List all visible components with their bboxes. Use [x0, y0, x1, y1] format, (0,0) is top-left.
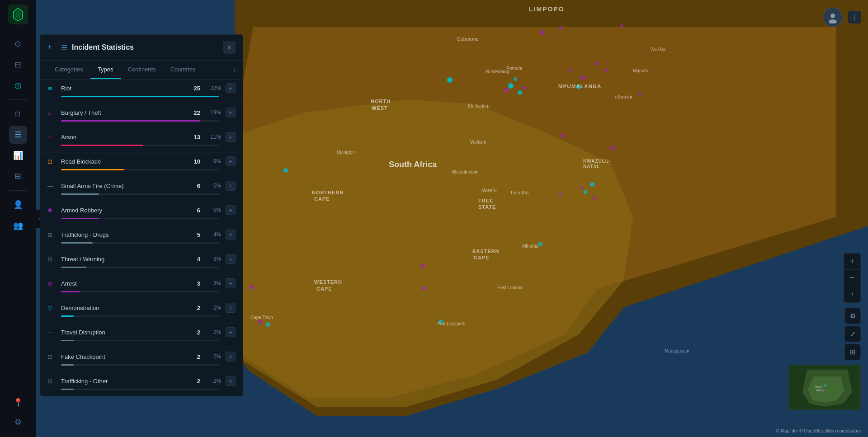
sidebar-item-search[interactable]: ⊙	[9, 35, 27, 53]
stat-bar-burglary	[61, 120, 219, 122]
panel-tabs: Categories Types Continents Countries ›	[40, 61, 243, 80]
svg-point-23	[610, 146, 615, 150]
stat-add-road-blockade[interactable]: +	[226, 156, 236, 166]
stat-name-armed-robbery: Armed Robbery	[61, 207, 193, 214]
sidebar-item-person[interactable]: 👤	[9, 196, 27, 214]
panel-add-button[interactable]: +	[47, 43, 57, 52]
stat-icon-small-arms: —	[47, 183, 57, 189]
settings-control-button[interactable]: ⚙	[844, 308, 861, 324]
svg-text:NORTH: NORTH	[371, 99, 391, 104]
stat-add-fake-checkpoint[interactable]: +	[226, 352, 236, 362]
stat-add-armed-robbery[interactable]: +	[226, 205, 236, 215]
stat-icon-road-blockade: ⊡	[47, 158, 57, 165]
app-logo[interactable]	[8, 5, 28, 24]
stat-icon-arson: ⌂	[47, 134, 57, 141]
sidebar-item-reports[interactable]: ⊞	[9, 167, 27, 185]
user-avatar[interactable]	[823, 7, 843, 27]
svg-text:CAPE: CAPE	[474, 255, 490, 260]
tab-continents[interactable]: Continents	[121, 61, 163, 79]
stat-icon-arrest: ⊕	[47, 280, 57, 287]
sidebar-item-map[interactable]: ⊡	[9, 105, 27, 123]
stat-bar-fake-checkpoint	[61, 364, 219, 366]
svg-point-9	[523, 86, 526, 90]
stat-row-threat-warning: ⊞ Threat / Warning 4 3% +	[40, 250, 243, 275]
svg-text:Bloemfontein: Bloemfontein	[452, 169, 478, 174]
stat-add-threat-warning[interactable]: +	[226, 254, 236, 264]
tab-types[interactable]: Types	[90, 61, 121, 79]
svg-point-36	[568, 68, 571, 72]
compass-button[interactable]: ↑	[844, 286, 860, 302]
svg-point-35	[559, 193, 562, 196]
sidebar-item-layers[interactable]: ⊟	[9, 56, 27, 74]
mini-map[interactable]: South Africa	[788, 365, 861, 410]
stat-name-arson: Arson	[61, 134, 189, 141]
stats-panel: + ☰ Incident Statistics × Categories Typ…	[40, 34, 243, 396]
svg-text:East London: East London	[497, 285, 523, 290]
stat-add-burglary[interactable]: +	[226, 108, 236, 117]
sidebar-item-location[interactable]: ◎	[9, 76, 27, 94]
stat-bar-riot	[61, 96, 219, 97]
svg-text:Port Elizabeth: Port Elizabeth	[437, 321, 465, 326]
stat-row-demonstration: ▽ Demonstration 2 2% +	[40, 299, 243, 324]
stat-row-fake-checkpoint: ⊡ Fake Checkpoint 2 2% +	[40, 348, 243, 372]
stat-pct-small-arms: 5%	[207, 183, 221, 189]
svg-text:EASTERN: EASTERN	[472, 249, 500, 254]
svg-text:Rustenburg: Rustenburg	[486, 69, 509, 74]
svg-point-14	[447, 77, 453, 83]
svg-text:Upington: Upington	[337, 150, 355, 155]
stat-pct-travel-disruption: 2%	[207, 329, 221, 335]
more-options-button[interactable]: ⋮	[848, 11, 861, 23]
stat-bar-trafficking-drugs	[61, 242, 219, 244]
svg-point-73	[829, 19, 837, 23]
svg-point-17	[559, 26, 562, 30]
stat-add-demonstration[interactable]: +	[226, 303, 236, 313]
svg-text:NORTHERN: NORTHERN	[312, 190, 344, 195]
stat-bar-small-arms	[61, 193, 219, 195]
sidebar-item-group[interactable]: 👥	[9, 216, 27, 235]
layers-control-button[interactable]: ⊞	[844, 344, 861, 360]
sidebar-item-settings[interactable]: ⚙	[9, 413, 27, 431]
stat-add-travel-disruption[interactable]: +	[226, 327, 236, 337]
left-sidebar: ⊙ ⊟ ◎ ⊡ ☰ 📊 ⊞ 👤 👥 📍 ⚙	[0, 0, 36, 437]
zoom-in-button[interactable]: +	[844, 254, 860, 270]
stat-add-riot[interactable]: +	[226, 83, 236, 93]
stat-add-small-arms[interactable]: +	[226, 181, 236, 191]
stat-name-road-blockade: Road Blockade	[61, 158, 189, 165]
stat-row-burglary: ⌂ Burglary / Theft 22 19% +	[40, 104, 243, 128]
stat-row-road-blockade: ⊡ Road Blockade 10 9% +	[40, 153, 243, 177]
svg-text:Gaborone: Gaborone	[457, 36, 479, 42]
bottom-right-controls: ⚙ ⤢ ⊞	[844, 308, 861, 360]
svg-text:FREE: FREE	[478, 198, 493, 203]
stat-pct-burglary: 19%	[207, 109, 221, 116]
sidebar-item-analytics[interactable]: 📊	[9, 146, 27, 164]
stat-name-travel-disruption: Travel Disruption	[61, 329, 193, 336]
svg-point-10	[504, 88, 509, 93]
tab-countries[interactable]: Countries	[163, 61, 203, 79]
stat-pct-arson: 11%	[207, 134, 221, 140]
svg-point-21	[590, 182, 594, 187]
stat-add-trafficking-drugs[interactable]: +	[226, 230, 236, 240]
panel-header: + ☰ Incident Statistics ×	[40, 35, 243, 61]
stat-add-arson[interactable]: +	[226, 132, 236, 142]
stat-add-arrest[interactable]: +	[226, 278, 236, 288]
stat-pct-riot: 22%	[207, 85, 221, 91]
tabs-arrow[interactable]: ›	[233, 66, 236, 74]
map-attribution: © MapTiler © OpenStreetMap contributors	[776, 428, 861, 433]
stat-bar-armed-robbery	[61, 218, 219, 219]
stat-pct-armed-robbery: 5%	[207, 207, 221, 213]
sidebar-item-list[interactable]: ☰	[9, 126, 27, 144]
stat-row-travel-disruption: — Travel Disruption 2 2% +	[40, 324, 243, 348]
stat-add-trafficking-other[interactable]: +	[226, 376, 236, 386]
svg-point-18	[561, 133, 565, 138]
svg-point-29	[266, 322, 270, 327]
expand-control-button[interactable]: ⤢	[844, 326, 861, 342]
panel-close-button[interactable]: ×	[223, 41, 236, 54]
zoom-out-button[interactable]: −	[844, 270, 860, 286]
sidebar-item-pin[interactable]: 📍	[9, 394, 27, 412]
stat-icon-threat-warning: ⊞	[47, 256, 57, 263]
stat-count-threat-warning: 4	[197, 256, 200, 263]
svg-text:Maputo: Maputo	[633, 68, 648, 73]
stat-name-threat-warning: Threat / Warning	[61, 256, 193, 263]
tab-categories[interactable]: Categories	[47, 61, 90, 79]
svg-point-33	[620, 24, 623, 28]
